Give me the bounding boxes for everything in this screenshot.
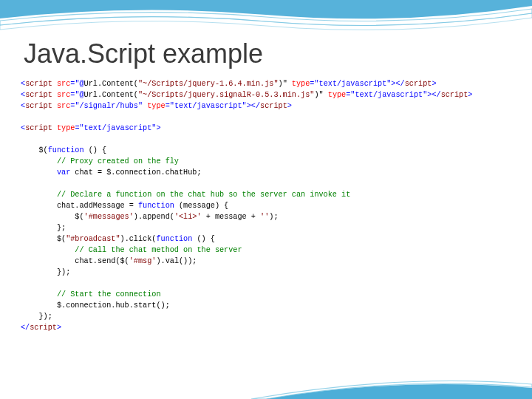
code-example: <script src="@Url.Content("~/Scripts/jqu… — [21, 78, 517, 333]
decorative-wave-top — [0, 0, 532, 37]
slide-title: Java.Script example — [24, 38, 263, 69]
decorative-wave-bottom — [0, 362, 532, 399]
